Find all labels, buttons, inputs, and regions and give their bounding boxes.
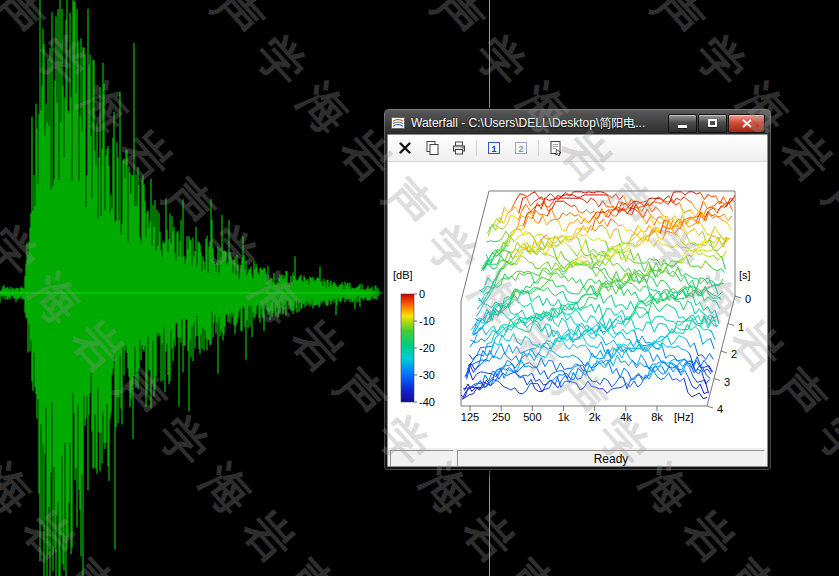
window-icon <box>390 115 406 131</box>
window-title: Waterfall - C:\Users\DELL\Desktop\简阳电... <box>411 115 663 132</box>
status-panel-left <box>390 450 454 467</box>
properties-icon <box>548 140 564 156</box>
minimize-icon <box>678 125 687 128</box>
audio-waveform <box>0 0 379 576</box>
svg-text:[dB]: [dB] <box>393 269 413 281</box>
svg-text:500: 500 <box>523 411 541 423</box>
window-1-icon: 1 <box>486 140 502 156</box>
title-bar[interactable]: Waterfall - C:\Users\DELL\Desktop\简阳电... <box>387 112 768 134</box>
svg-text:125: 125 <box>461 411 479 423</box>
toolbar-separator <box>538 140 539 156</box>
window-1-button[interactable]: 1 <box>482 137 506 159</box>
close-icon <box>742 119 752 128</box>
toolbar-separator <box>476 140 477 156</box>
properties-button[interactable] <box>544 137 568 159</box>
svg-text:[Hz]: [Hz] <box>674 411 694 423</box>
delete-button[interactable] <box>393 137 417 159</box>
svg-text:1: 1 <box>738 321 744 333</box>
svg-text:2: 2 <box>731 348 737 360</box>
svg-text:-40: -40 <box>419 396 435 408</box>
copy-icon <box>424 140 440 156</box>
svg-text:250: 250 <box>492 411 510 423</box>
svg-text:2: 2 <box>518 144 523 154</box>
svg-text:0: 0 <box>419 288 425 300</box>
svg-text:4k: 4k <box>620 411 632 423</box>
maximize-button[interactable] <box>698 114 727 133</box>
svg-text:-30: -30 <box>419 369 435 381</box>
waterfall-lines <box>461 192 735 400</box>
close-button[interactable] <box>728 114 765 133</box>
status-panel-main: Ready <box>457 450 765 467</box>
waterfall-plot-area: [dB]0-10-20-30-401252505001k2k4k8k[Hz]01… <box>388 162 767 448</box>
svg-text:0: 0 <box>745 293 751 305</box>
print-button[interactable] <box>447 137 471 159</box>
svg-text:1k: 1k <box>558 411 570 423</box>
window-2-button[interactable]: 2 <box>509 137 533 159</box>
svg-text:2k: 2k <box>589 411 601 423</box>
status-bar: Ready <box>388 448 767 467</box>
window-body: 1 2 <box>387 134 768 467</box>
maximize-icon <box>708 119 717 127</box>
copy-button[interactable] <box>420 137 444 159</box>
window-2-icon: 2 <box>513 140 529 156</box>
minimize-button[interactable] <box>668 114 697 133</box>
waterfall-plot: [dB]0-10-20-30-401252505001k2k4k8k[Hz]01… <box>388 162 767 448</box>
svg-text:3: 3 <box>724 376 730 388</box>
svg-text:4: 4 <box>717 403 723 415</box>
desktop: Waterfall - C:\Users\DELL\Desktop\简阳电... <box>0 0 839 576</box>
svg-text:-10: -10 <box>419 315 435 327</box>
svg-text:8k: 8k <box>651 411 663 423</box>
print-icon <box>451 140 467 156</box>
svg-text:-20: -20 <box>419 342 435 354</box>
toolbar: 1 2 <box>388 135 767 162</box>
svg-text:[s]: [s] <box>739 269 751 281</box>
waterfall-window: Waterfall - C:\Users\DELL\Desktop\简阳电... <box>383 108 772 471</box>
delete-icon <box>397 140 413 156</box>
status-text: Ready <box>594 452 629 466</box>
svg-text:1: 1 <box>491 144 496 154</box>
colorbar <box>401 294 414 402</box>
